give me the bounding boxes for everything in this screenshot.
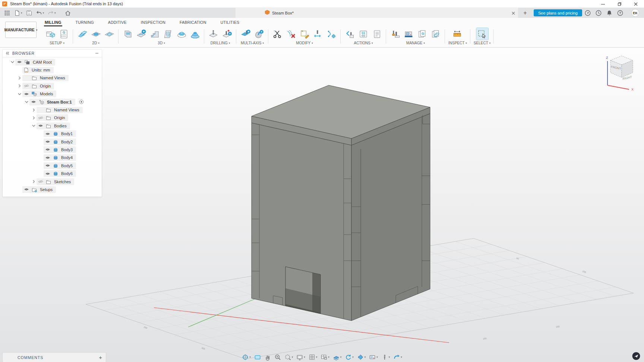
tree-row-setups[interactable]: Setups — [3, 185, 102, 193]
chevron-down-icon[interactable]: ▾ — [229, 42, 230, 44]
ribbon-group-label[interactable]: DRILLING — [211, 41, 228, 45]
redo-button[interactable]: ▾ — [47, 9, 57, 17]
tree-row-body3[interactable]: Body3 — [3, 146, 102, 153]
comments-bar[interactable]: COMMENTS + — [3, 353, 106, 362]
chevron-down-icon[interactable]: ▾ — [489, 42, 491, 44]
tree-row-named-views[interactable]: Named Views — [3, 106, 102, 114]
face-button[interactable] — [76, 28, 88, 40]
tree-row-bodies[interactable]: Bodies — [3, 122, 102, 130]
nc-code-button[interactable]: G1G2 — [357, 28, 369, 40]
setup-button[interactable] — [44, 28, 56, 40]
chevron-down-icon[interactable]: ▾ — [43, 12, 44, 14]
pan-button[interactable] — [264, 354, 271, 361]
tree-item-label[interactable]: Body6 — [60, 171, 73, 176]
chevron-down-icon[interactable]: ▾ — [292, 356, 293, 358]
tool-library-button[interactable] — [389, 28, 401, 40]
move-toolpath-button[interactable] — [312, 28, 324, 40]
tree-item-label[interactable]: Steam Box:1 — [46, 100, 72, 104]
tree-row-origin[interactable]: Origin — [3, 82, 102, 90]
tree-item-label[interactable]: Models — [39, 92, 53, 96]
window-selection-button[interactable] — [476, 28, 488, 40]
visibility-eye-icon[interactable] — [30, 99, 37, 105]
tree-row-sketches[interactable]: Sketches — [3, 178, 102, 185]
optimize-toolpath-button[interactable] — [325, 28, 337, 40]
grid-button[interactable]: ▾ — [309, 354, 318, 361]
visibility-eye-icon[interactable] — [23, 187, 30, 192]
tree-item-label[interactable]: Body5 — [60, 163, 73, 168]
fit-button[interactable]: ▾ — [284, 354, 293, 361]
tree-item-label[interactable]: Bodies — [53, 124, 67, 128]
delete-toolpath-button[interactable] — [285, 28, 297, 40]
tree-item-label[interactable]: Body3 — [60, 147, 73, 152]
ribbon-group-label[interactable]: ACTIONS — [354, 41, 370, 45]
collapse-panel-icon[interactable] — [6, 50, 9, 57]
tree-item-label[interactable]: Named Views — [53, 108, 79, 112]
pocket-2d-button[interactable] — [90, 28, 102, 40]
ribbon-group-label[interactable]: SETUP — [50, 41, 62, 45]
edit-toolpath-button[interactable] — [299, 28, 310, 40]
close-button[interactable] — [628, 0, 644, 8]
chevron-down-icon[interactable] — [23, 99, 29, 104]
tree-item-label[interactable]: Setups — [39, 187, 53, 192]
chevron-down-icon[interactable]: ▾ — [376, 356, 378, 358]
visibility-eye-icon[interactable] — [44, 147, 51, 152]
adaptive-clearing-button[interactable] — [122, 28, 134, 40]
chevron-down-icon[interactable]: ▾ — [262, 42, 264, 44]
save-button[interactable] — [25, 9, 33, 17]
chevron-down-icon[interactable]: ▾ — [316, 356, 318, 358]
visibility-eye-icon[interactable] — [44, 155, 51, 161]
machine-visibility-button[interactable]: ▾ — [369, 354, 378, 361]
tab-milling[interactable]: MILLING — [44, 19, 62, 26]
tree-row-models[interactable]: Models — [3, 90, 102, 98]
chevron-down-icon[interactable]: ▾ — [423, 42, 425, 44]
activate-component-radio[interactable] — [79, 99, 84, 104]
tree-item-label[interactable]: Units: mm — [31, 68, 50, 72]
drill-button[interactable] — [208, 28, 220, 40]
new-tab-button[interactable]: + — [521, 9, 529, 17]
tree-row-units-mm[interactable]: Units: mm — [3, 66, 102, 74]
visibility-eye-icon[interactable] — [16, 59, 23, 65]
chevron-right-icon[interactable] — [16, 83, 22, 88]
tree-item-label[interactable]: Sketches — [53, 180, 71, 184]
setup-sheet-button[interactable] — [371, 28, 383, 40]
chevron-down-icon[interactable]: ▾ — [164, 42, 165, 44]
app-grid-button[interactable] — [3, 9, 11, 17]
extensions-icon[interactable] — [584, 10, 591, 16]
auto-drill-button[interactable] — [221, 28, 233, 40]
tree-item-label[interactable]: Named Views — [39, 76, 65, 80]
tab-inspection[interactable]: INSPECTION — [140, 19, 166, 26]
ribbon-group-label[interactable]: 2D — [92, 41, 97, 45]
visibility-eye-icon[interactable] — [44, 131, 51, 137]
workspace-selector[interactable]: MANUFACTURE ▾ — [5, 22, 37, 38]
chevron-down-icon[interactable] — [16, 92, 22, 96]
tree-row-origin[interactable]: Origin — [3, 114, 102, 122]
visibility-eye-icon[interactable] — [44, 139, 51, 145]
material-visibility-button[interactable]: ▾ — [357, 354, 366, 361]
swarf-button[interactable] — [240, 28, 252, 40]
help-icon[interactable]: ? — [617, 10, 624, 16]
ribbon-group-label[interactable]: MANAGE — [406, 41, 422, 45]
home-button[interactable] — [64, 9, 72, 17]
zoom-button[interactable] — [274, 354, 281, 361]
ribbon-group-label[interactable]: MULTI-AXIS — [241, 41, 261, 45]
steam-box-model[interactable] — [252, 85, 430, 321]
plans-pricing-button[interactable]: See plans and pricing — [534, 9, 582, 16]
toolpath-visibility-button[interactable]: ▾ — [393, 354, 402, 361]
ribbon-group-label[interactable]: INSPECT — [448, 41, 464, 45]
visibility-eye-off-icon[interactable] — [37, 179, 44, 184]
tree-item-label[interactable]: Origin — [53, 115, 65, 120]
chevron-right-icon[interactable] — [16, 76, 22, 80]
tree-row-cam-root[interactable]: CAM Root — [3, 58, 102, 66]
post-process-button[interactable] — [344, 28, 356, 40]
chevron-right-icon[interactable] — [31, 115, 37, 120]
file-new-button[interactable]: ▾ — [13, 9, 23, 17]
tree-row-steam-box-1[interactable]: Steam Box:1 — [3, 98, 102, 106]
assistant-chat-icon[interactable] — [632, 352, 640, 360]
chevron-down-icon[interactable]: ▾ — [352, 356, 354, 358]
chevron-down-icon[interactable]: ▾ — [465, 42, 467, 44]
post-library-button[interactable]: G — [416, 28, 428, 40]
viewports-button[interactable]: ▾ — [321, 354, 329, 361]
trim-toolpath-button[interactable] — [272, 28, 284, 40]
chevron-down-icon[interactable]: ▾ — [328, 356, 329, 358]
notifications-icon[interactable] — [606, 10, 613, 16]
